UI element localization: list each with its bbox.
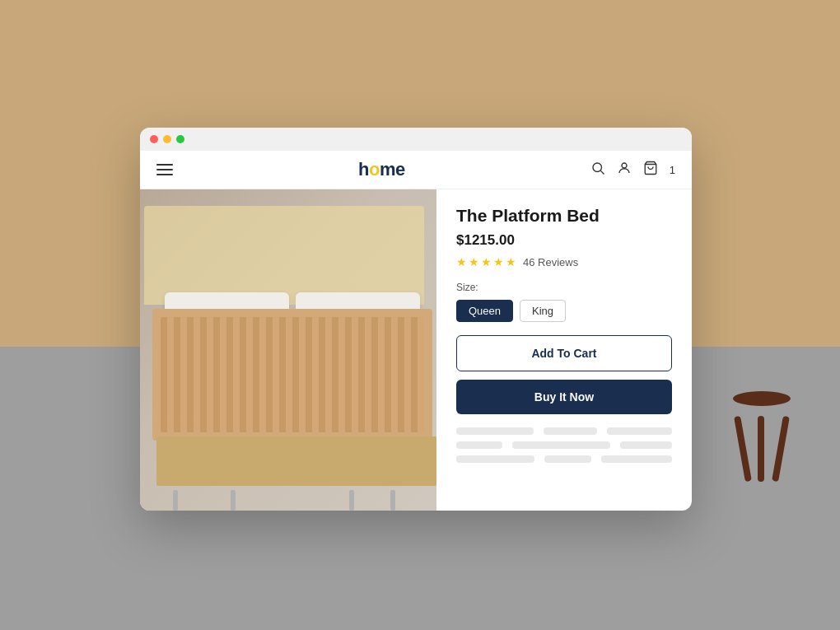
hamburger-menu-button[interactable] bbox=[156, 164, 173, 175]
size-label: Size: bbox=[456, 282, 672, 293]
side-table-leg bbox=[734, 416, 752, 482]
svg-point-2 bbox=[622, 163, 627, 168]
user-svg bbox=[617, 161, 632, 175]
bed-leg bbox=[390, 490, 395, 511]
star-5: ★ bbox=[506, 255, 516, 268]
skeleton-line bbox=[620, 441, 672, 449]
star-1: ★ bbox=[456, 255, 467, 268]
search-icon[interactable] bbox=[590, 161, 605, 179]
logo-o: o bbox=[369, 159, 380, 180]
product-rating: ★ ★ ★ ★ ★ 46 Reviews bbox=[456, 255, 672, 268]
reviews-count: 46 Reviews bbox=[523, 256, 578, 268]
product-details: The Platform Bed $1215.00 ★ ★ ★ ★ ★ 46 R… bbox=[436, 189, 692, 511]
skeleton-row-3 bbox=[456, 455, 672, 463]
cart-icon[interactable] bbox=[643, 161, 658, 179]
side-table-leg bbox=[772, 416, 790, 482]
nav-right: 1 bbox=[590, 161, 675, 179]
side-table-top bbox=[733, 391, 791, 406]
hamburger-line bbox=[156, 169, 173, 170]
svg-line-1 bbox=[600, 170, 604, 174]
window-close-dot[interactable] bbox=[150, 135, 158, 143]
browser-content: home bbox=[140, 151, 692, 511]
user-icon[interactable] bbox=[617, 161, 632, 179]
search-svg bbox=[590, 161, 605, 175]
product-image-bg bbox=[140, 189, 436, 511]
site-header: home bbox=[140, 151, 692, 189]
bed-leg bbox=[349, 490, 354, 511]
cart-svg bbox=[643, 161, 658, 175]
mattress bbox=[152, 309, 432, 441]
window-maximize-dot[interactable] bbox=[176, 135, 184, 143]
buy-now-button[interactable]: Buy It Now bbox=[456, 380, 672, 414]
browser-titlebar bbox=[140, 128, 692, 151]
logo-me: me bbox=[380, 159, 405, 180]
hamburger-line bbox=[156, 174, 173, 175]
star-3: ★ bbox=[481, 255, 492, 268]
product-title: The Platform Bed bbox=[456, 206, 672, 226]
skeleton-row-2 bbox=[456, 441, 672, 449]
window-minimize-dot[interactable] bbox=[163, 135, 171, 143]
side-table-leg bbox=[758, 416, 764, 482]
star-rating: ★ ★ ★ ★ ★ bbox=[456, 255, 516, 268]
size-king-button[interactable]: King bbox=[520, 300, 566, 322]
skeleton-line bbox=[601, 455, 672, 463]
add-to-cart-button[interactable]: Add To Cart bbox=[456, 335, 672, 371]
skeleton-line bbox=[544, 427, 597, 435]
skeleton-line bbox=[456, 455, 534, 463]
product-image-container bbox=[140, 189, 436, 511]
skeleton-line bbox=[512, 441, 610, 449]
bed-headboard bbox=[144, 206, 424, 305]
product-layout: The Platform Bed $1215.00 ★ ★ ★ ★ ★ 46 R… bbox=[140, 189, 692, 511]
browser-window: home bbox=[140, 128, 692, 511]
bed-frame bbox=[156, 436, 436, 486]
product-price: $1215.00 bbox=[456, 232, 672, 249]
cart-count: 1 bbox=[670, 164, 675, 176]
skeleton-line bbox=[544, 455, 591, 463]
bed-leg bbox=[231, 490, 236, 511]
skeleton-line bbox=[607, 427, 672, 435]
skeleton-line bbox=[456, 427, 534, 435]
logo-h: h bbox=[358, 159, 369, 180]
star-2: ★ bbox=[469, 255, 479, 268]
mattress-texture bbox=[161, 317, 424, 432]
nav-left bbox=[156, 164, 173, 175]
bed-legs bbox=[165, 486, 420, 511]
size-options: Queen King bbox=[456, 300, 672, 322]
skeleton-content bbox=[456, 427, 672, 463]
hamburger-line bbox=[156, 164, 173, 166]
skeleton-row-1 bbox=[456, 427, 672, 435]
side-table-decoration bbox=[733, 391, 791, 482]
svg-point-0 bbox=[593, 163, 602, 172]
site-logo[interactable]: home bbox=[358, 159, 405, 180]
bed-leg bbox=[173, 490, 178, 511]
star-4: ★ bbox=[493, 255, 504, 268]
skeleton-line bbox=[456, 441, 502, 449]
size-queen-button[interactable]: Queen bbox=[456, 300, 513, 322]
